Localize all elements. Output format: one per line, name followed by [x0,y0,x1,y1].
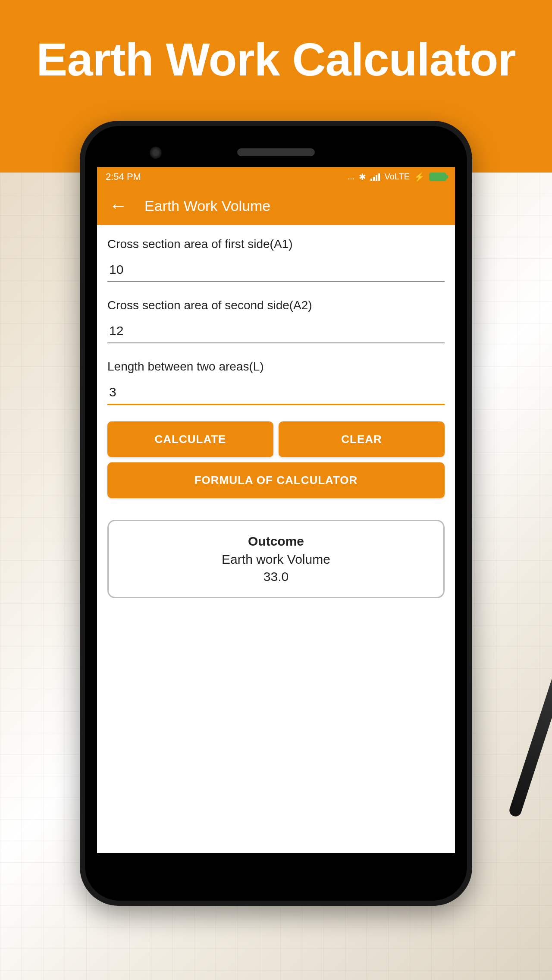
field-l-input[interactable] [107,381,445,405]
calculate-button[interactable]: CALCULATE [107,421,273,457]
field-a2-input[interactable] [107,320,445,343]
outcome-card: Outcome Earth work Volume 33.0 [107,520,445,598]
field-a1-label: Cross section area of first side(A1) [107,237,445,251]
formula-button[interactable]: FORMULA OF CALCULATOR [107,462,445,498]
field-a2: Cross section area of second side(A2) [107,298,445,343]
field-l-label: Length between two areas(L) [107,360,445,374]
phone-speaker [237,148,315,156]
app-bar: ← Earth Work Volume [97,186,455,225]
volte-indicator: VoLTE [384,172,410,182]
app-bar-title: Earth Work Volume [144,198,270,214]
back-arrow-icon[interactable]: ← [109,197,127,215]
field-a2-label: Cross section area of second side(A2) [107,298,445,312]
banner-title: Earth Work Calculator [36,32,515,86]
bluetooth-icon: ✱ [359,172,366,182]
phone-camera [150,147,162,159]
field-a1-input[interactable] [107,259,445,282]
outcome-value: 33.0 [122,569,430,584]
content: Cross section area of first side(A1) Cro… [97,225,455,610]
field-l: Length between two areas(L) [107,360,445,405]
screen: 2:54 PM ... ✱ VoLTE ⚡ ← Earth Work Volum… [97,167,455,853]
outcome-label: Earth work Volume [122,552,430,567]
status-bar: 2:54 PM ... ✱ VoLTE ⚡ [97,167,455,186]
button-row: CALCULATE CLEAR [107,421,445,457]
status-time: 2:54 PM [106,171,141,182]
phone-frame: 2:54 PM ... ✱ VoLTE ⚡ ← Earth Work Volum… [80,121,472,906]
clear-button[interactable]: CLEAR [279,421,445,457]
field-a1: Cross section area of first side(A1) [107,237,445,282]
battery-icon [429,173,446,181]
status-dots: ... [348,172,355,182]
signal-icon [370,173,380,181]
outcome-title: Outcome [122,534,430,549]
status-right: ... ✱ VoLTE ⚡ [348,172,446,182]
charging-icon: ⚡ [414,172,425,182]
phone-bezel: 2:54 PM ... ✱ VoLTE ⚡ ← Earth Work Volum… [85,126,467,901]
